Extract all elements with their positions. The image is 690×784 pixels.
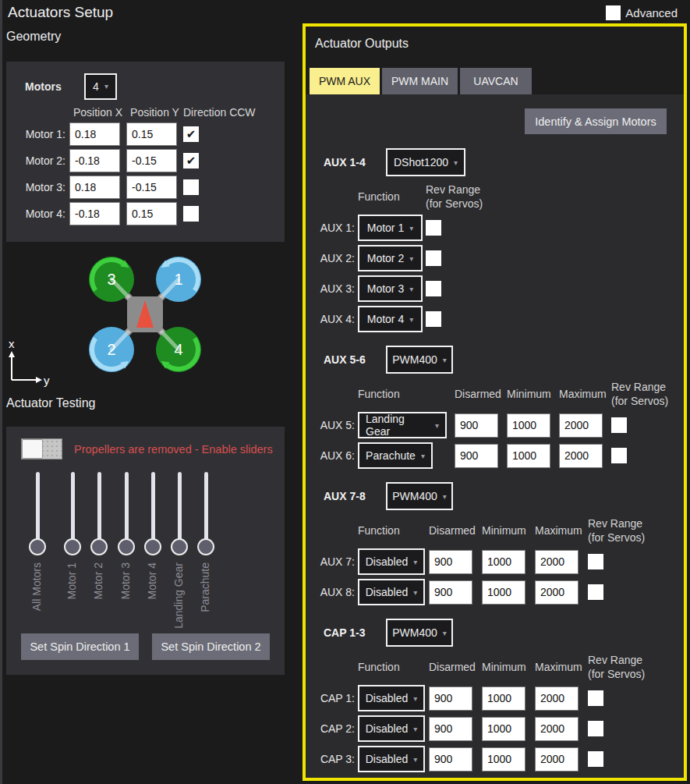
chevron-down-icon: ▾ [443, 629, 447, 637]
advanced-toggle-row: Advanced [606, 5, 678, 20]
safety-switch[interactable] [21, 438, 62, 459]
cap1-rev-range-checkbox[interactable] [588, 690, 603, 706]
slider-handle[interactable] [197, 538, 214, 555]
aux8-disarmed-input[interactable] [429, 580, 472, 605]
group-cap-1-3: CAP 1-3 PWM400▾ Function Disarmed Minimu… [311, 619, 684, 772]
actuator-outputs-panel: Actuator Outputs PWM AUX PWM MAIN UAVCAN… [303, 23, 687, 781]
motor4-ccw-checkbox[interactable] [183, 206, 199, 222]
aux8-maximum-input[interactable] [535, 580, 579, 605]
motor4-pos-y-input[interactable] [126, 202, 177, 225]
motor2-ccw-checkbox[interactable] [183, 153, 199, 169]
aux6-disarmed-input[interactable] [455, 444, 498, 468]
position-x-header: Position X [69, 106, 126, 119]
tab-uavcan[interactable]: UAVCAN [460, 68, 532, 94]
aux1-function-dropdown[interactable]: Motor 1▾ [358, 215, 423, 241]
aux7-maximum-input[interactable] [535, 550, 579, 574]
aux5-minimum-input[interactable] [507, 413, 550, 438]
aux5-maximum-input[interactable] [559, 413, 603, 438]
aux3-rev-range-checkbox[interactable] [426, 281, 441, 296]
slider-label: Parachute [199, 562, 211, 612]
aux6-maximum-input[interactable] [559, 444, 603, 468]
motor1-ccw-checkbox[interactable] [183, 126, 199, 142]
slider-handle[interactable] [64, 538, 81, 555]
cap2-rev-range-checkbox[interactable] [588, 721, 603, 736]
cap1-minimum-input[interactable] [482, 686, 525, 711]
actuator-testing-header: Actuator Testing [6, 396, 95, 410]
aux7-rev-range-checkbox[interactable] [588, 554, 603, 569]
aux1-rev-range-checkbox[interactable] [426, 220, 441, 236]
cap2-minimum-input[interactable] [482, 717, 525, 741]
cap3-maximum-input[interactable] [535, 747, 579, 772]
aux3-function-dropdown[interactable]: Motor 3▾ [358, 275, 423, 302]
cap1-function-dropdown[interactable]: Disabled▾ [358, 685, 425, 711]
aux7-minimum-input[interactable] [482, 550, 525, 574]
aux8-minimum-input[interactable] [482, 580, 525, 605]
aux-5-6-protocol-dropdown[interactable]: PWM400▾ [386, 346, 453, 374]
safety-message: Propellers are removed - Enable sliders [74, 443, 273, 456]
cap3-minimum-input[interactable] [482, 747, 525, 772]
cap3-function-dropdown[interactable]: Disabled▾ [358, 746, 425, 772]
channel-label: AUX 6: [311, 449, 358, 462]
motor4-pos-x-input[interactable] [69, 202, 120, 225]
aux2-rev-range-checkbox[interactable] [426, 250, 441, 266]
aux8-function-dropdown[interactable]: Disabled▾ [358, 579, 425, 605]
slider-handle[interactable] [144, 538, 161, 555]
aux5-rev-range-checkbox[interactable] [611, 417, 627, 433]
identify-assign-motors-button[interactable]: Identify & Assign Motors [525, 108, 667, 134]
aux-1-4-protocol-dropdown[interactable]: DShot1200▾ [386, 148, 465, 176]
advanced-checkbox[interactable] [606, 5, 621, 20]
chevron-down-icon: ▾ [409, 285, 413, 293]
actuator-outputs-header: Actuator Outputs [306, 27, 684, 51]
cap1-disarmed-input[interactable] [429, 686, 472, 711]
slider-track [151, 472, 155, 548]
aux-7-8-protocol-dropdown[interactable]: PWM400▾ [386, 482, 453, 510]
slider-handle[interactable] [90, 538, 108, 555]
motor3-pos-y-input[interactable] [126, 176, 177, 199]
aux7-disarmed-input[interactable] [429, 550, 472, 574]
cap2-function-dropdown[interactable]: Disabled▾ [358, 715, 425, 742]
cap-1-3-protocol-dropdown[interactable]: PWM400▾ [386, 619, 453, 647]
motor3-pos-x-input[interactable] [69, 176, 120, 199]
aux4-rev-range-checkbox[interactable] [426, 311, 441, 327]
chevron-down-icon: ▾ [443, 356, 447, 364]
tab-pwm-aux[interactable]: PWM AUX [310, 68, 380, 94]
set-spin-direction-1-button[interactable]: Set Spin Direction 1 [21, 633, 139, 660]
aux4-function-dropdown[interactable]: Motor 4▾ [358, 306, 423, 332]
slider-handle[interactable] [29, 538, 46, 555]
aux6-minimum-input[interactable] [507, 444, 550, 468]
slider-handle[interactable] [118, 538, 135, 555]
aux6-rev-range-checkbox[interactable] [611, 448, 627, 463]
motors-geometry-panel: Motors 4▾ Position X Position Y Directio… [6, 62, 285, 242]
chevron-down-icon: ▾ [409, 254, 413, 263]
maximum-header: Maximum [559, 388, 611, 400]
cap3-rev-range-checkbox[interactable] [588, 751, 603, 767]
aux2-function-dropdown[interactable]: Motor 2▾ [358, 245, 423, 271]
motor1-pos-x-input[interactable] [69, 122, 120, 146]
channel-label: AUX 2: [311, 252, 358, 264]
maximum-header: Maximum [535, 661, 588, 673]
motor-count-dropdown[interactable]: 4▾ [84, 73, 117, 100]
cap3-disarmed-input[interactable] [429, 747, 472, 772]
slider-motor-2: Motor 2 [90, 472, 108, 632]
chevron-down-icon: ▾ [413, 755, 417, 764]
aux7-function-dropdown[interactable]: Disabled▾ [358, 548, 425, 575]
motor1-number: 1 [174, 271, 182, 288]
motor2-pos-y-input[interactable] [126, 149, 177, 172]
slider-handle[interactable] [171, 538, 188, 555]
slider-motor-3: Motor 3 [117, 472, 136, 632]
set-spin-direction-2-button[interactable]: Set Spin Direction 2 [152, 633, 270, 660]
aux5-disarmed-input[interactable] [455, 413, 498, 438]
rev-range-header: Rev Range (for Servos) [588, 516, 645, 545]
cap2-disarmed-input[interactable] [429, 717, 472, 741]
tab-pwm-main[interactable]: PWM MAIN [382, 68, 458, 94]
airframe-diagram: 1 2 3 4 x y [6, 246, 285, 394]
aux6-function-dropdown[interactable]: Parachute▾ [358, 442, 433, 469]
motor1-pos-y-input[interactable] [126, 122, 177, 146]
cap2-maximum-input[interactable] [535, 717, 579, 741]
aux5-function-dropdown[interactable]: Landing Gear▾ [358, 412, 447, 438]
advanced-label: Advanced [625, 6, 678, 20]
cap1-maximum-input[interactable] [535, 686, 579, 711]
motor2-pos-x-input[interactable] [69, 149, 120, 172]
aux8-rev-range-checkbox[interactable] [588, 584, 603, 600]
motor3-ccw-checkbox[interactable] [183, 179, 199, 195]
